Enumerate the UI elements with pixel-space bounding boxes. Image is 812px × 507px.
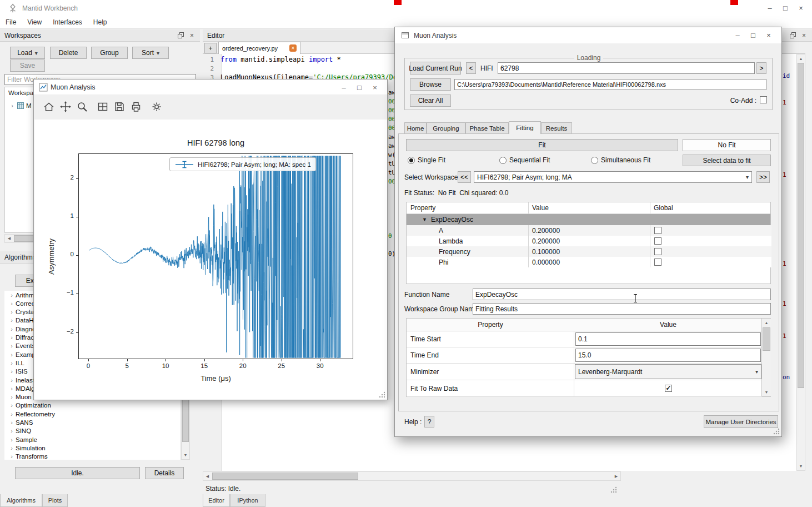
algorithm-category[interactable]: ›Reflectometry <box>8 410 55 418</box>
help-button[interactable]: ? <box>424 416 434 428</box>
dialog-resize-grip[interactable] <box>773 428 780 435</box>
previous-run-button[interactable]: < <box>466 62 476 74</box>
algorithm-category[interactable]: ›Events <box>8 342 35 350</box>
algorithm-category[interactable]: ›Simulation <box>8 444 46 452</box>
run-number-input[interactable]: 62798 <box>498 62 755 74</box>
main-window-maximize-button[interactable]: □ <box>778 2 793 14</box>
algorithm-category[interactable]: ›ISIS <box>8 367 28 376</box>
idle-status-button[interactable]: Idle. <box>15 467 140 479</box>
fit-settings-table[interactable]: Time Start0.1Time End15.0MinimizerLevenb… <box>406 318 771 397</box>
global-checkbox[interactable] <box>654 227 661 234</box>
editor-float-icon[interactable] <box>789 32 796 39</box>
clear-all-button[interactable]: Clear All <box>410 95 451 107</box>
algorithm-category[interactable]: ›Muon <box>8 393 32 401</box>
resize-grip[interactable] <box>610 486 618 494</box>
browse-button[interactable]: Browse <box>410 78 451 91</box>
scroll-right-arrow[interactable]: ▶ <box>613 473 620 480</box>
global-checkbox[interactable] <box>654 259 661 266</box>
minimizer-combobox[interactable]: Levenberg-Marquardt▾ <box>575 364 761 379</box>
scroll-left-arrow[interactable]: ◀ <box>204 473 211 480</box>
coadd-checkbox[interactable] <box>760 96 767 103</box>
global-checkbox[interactable] <box>654 237 661 245</box>
home-icon[interactable] <box>42 100 56 114</box>
algorithm-category[interactable]: ›Crystal <box>8 308 36 316</box>
tab-grouping[interactable]: Grouping <box>427 122 465 133</box>
workspaces-close-icon[interactable]: × <box>188 32 196 39</box>
editor-close-icon[interactable]: × <box>800 32 808 39</box>
menu-item-file[interactable]: File <box>0 17 22 28</box>
workspace-group-name-input[interactable]: Fitting Results <box>473 303 771 315</box>
dialog-titlebar[interactable]: Muon Analysis –□× <box>395 27 781 43</box>
next-run-button[interactable]: > <box>756 62 766 74</box>
algorithm-category[interactable]: ›SANS <box>8 419 33 427</box>
scroll-up-arrow[interactable]: ▲ <box>798 55 804 62</box>
tab-home[interactable]: Home <box>404 122 427 133</box>
panel-tab-algorithms[interactable]: Algorithms <box>0 494 42 507</box>
new-tab-button[interactable]: + <box>204 43 217 53</box>
workspace-combobox[interactable]: HIFI62798; Pair Asym; long; MA▾ <box>474 171 752 183</box>
group-button[interactable]: Group <box>91 47 128 59</box>
parameter-value-cell[interactable]: 0.000000 <box>528 257 650 267</box>
scroll-down-arrow[interactable]: ▼ <box>763 389 770 396</box>
menu-item-view[interactable]: View <box>22 17 47 28</box>
dialog-close-button[interactable]: × <box>761 29 776 41</box>
scrollbar-thumb[interactable] <box>763 327 770 351</box>
plot-window-close-button[interactable]: × <box>367 81 383 93</box>
settings-value-input[interactable]: 0.1 <box>575 332 761 346</box>
editor-file-tab[interactable]: ordered_recovery.py × <box>218 42 300 54</box>
global-checkbox[interactable] <box>654 248 661 255</box>
dialog-maximize-button[interactable]: □ <box>745 29 761 41</box>
fit-to-raw-data-checkbox[interactable] <box>665 385 672 392</box>
plot-window-titlebar[interactable]: Muon Analysis –□× <box>34 79 387 95</box>
scroll-left-arrow[interactable]: ◀ <box>6 235 13 242</box>
panel-tab-plots[interactable]: Plots <box>42 494 68 507</box>
details-button[interactable]: Details <box>145 467 184 479</box>
console-tab-editor[interactable]: Editor <box>203 494 230 507</box>
radio-sequential-fit[interactable]: Sequential Fit <box>499 156 550 164</box>
sort-button[interactable]: Sort▾ <box>132 47 169 59</box>
main-window-minimize-button[interactable]: – <box>762 2 778 14</box>
parameter-value-cell[interactable]: 0.200000 <box>528 225 650 236</box>
algorithm-category[interactable]: ›Optimization <box>8 401 51 410</box>
save-icon[interactable] <box>112 100 127 114</box>
menu-item-interfaces[interactable]: Interfaces <box>47 17 88 28</box>
function-group-row[interactable]: ▼ ExpDecayOsc <box>407 214 770 225</box>
plot-window-minimize-button[interactable]: – <box>336 81 352 93</box>
no-fit-button[interactable]: No Fit <box>683 139 771 151</box>
scroll-down-arrow[interactable]: ▼ <box>182 451 189 459</box>
parameter-value-cell[interactable]: 0.200000 <box>528 236 650 246</box>
main-titlebar[interactable]: Mantid Workbench –□× <box>0 0 812 17</box>
manage-user-directories-button[interactable]: Manage User Directories <box>704 415 778 428</box>
workspace-prev-button[interactable]: << <box>458 171 471 183</box>
algorithm-category[interactable]: ›Transforms <box>8 453 48 461</box>
tab-fitting[interactable]: Fitting <box>509 121 541 134</box>
zoom-icon[interactable] <box>75 100 89 114</box>
scrollbar-thumb[interactable] <box>798 63 804 388</box>
workspaces-panel-header[interactable]: Workspaces × <box>0 29 200 42</box>
editor-hscrollbar[interactable]: ◀ ▶ <box>203 471 621 481</box>
function-name-input[interactable]: ExpDecayOsc <box>473 289 771 300</box>
save-button[interactable]: Save <box>10 59 45 72</box>
workspaces-float-icon[interactable] <box>177 32 184 39</box>
plot-resize-grip[interactable] <box>378 391 386 399</box>
main-window-close-button[interactable]: × <box>793 2 809 14</box>
fit-button[interactable]: Fit <box>406 139 678 151</box>
settings-vscrollbar[interactable]: ▲ ▼ <box>761 319 771 396</box>
settings-value-input[interactable]: 15.0 <box>575 349 761 362</box>
load-current-run-button[interactable]: Load Current Run <box>410 62 461 74</box>
plot-window-maximize-button[interactable]: □ <box>352 81 367 93</box>
customize-icon[interactable] <box>149 100 164 114</box>
menu-item-help[interactable]: Help <box>88 17 113 28</box>
algorithm-category[interactable]: ›Sample <box>8 435 37 444</box>
pan-icon[interactable] <box>58 100 73 114</box>
close-tab-icon[interactable]: × <box>289 44 297 52</box>
radio-single-fit[interactable]: Single Fit <box>408 156 445 164</box>
print-icon[interactable] <box>129 100 143 114</box>
scrollbar-thumb[interactable] <box>212 473 358 480</box>
tab-phase-table[interactable]: Phase Table <box>465 122 509 133</box>
scroll-up-arrow[interactable]: ▲ <box>763 319 770 326</box>
scroll-down-arrow[interactable]: ▼ <box>798 463 804 470</box>
subplots-icon[interactable] <box>96 100 110 114</box>
workspace-next-button[interactable]: >> <box>756 171 770 183</box>
editor-vscrollbar[interactable]: ▲ ▼ <box>796 54 805 471</box>
